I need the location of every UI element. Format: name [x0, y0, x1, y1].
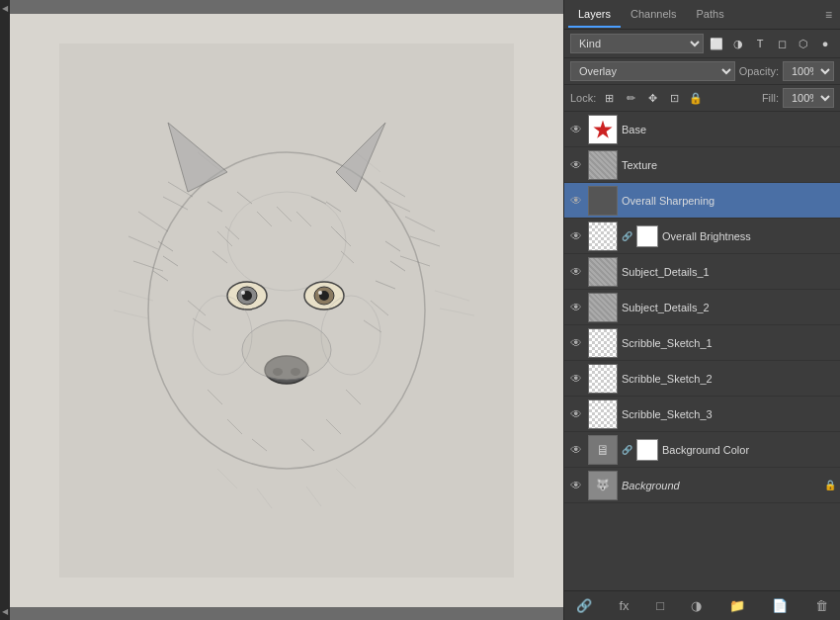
blend-row: Overlay Normal Multiply Screen Opacity: …	[564, 58, 840, 85]
layer-name-label: Scribble_Sketch_2	[622, 373, 836, 385]
layer-chain-icon: 🔗	[622, 445, 632, 455]
layer-visibility-btn[interactable]: 👁	[568, 335, 584, 351]
layer-item[interactable]: 👁Scribble_Sketch_3	[564, 397, 840, 432]
kind-row: Kind ⬜ ◑ T ◻ ⬡ ●	[564, 30, 840, 58]
add-mask-btn[interactable]: □	[652, 596, 668, 615]
layer-visibility-btn[interactable]: 👁	[568, 122, 584, 137]
layer-visibility-btn[interactable]: 👁	[568, 478, 584, 493]
layer-name-label: Background Color	[662, 444, 836, 456]
lock-transparent-btn[interactable]: ⊞	[600, 89, 618, 107]
wolf-sketch	[49, 34, 524, 587]
filter-pixel-btn[interactable]: ⬜	[708, 35, 725, 52]
fill-label: Fill:	[762, 92, 779, 104]
layer-chain-icon: 🔗	[622, 231, 632, 241]
layer-thumbnail	[588, 221, 618, 251]
layer-name-label: Overall Sharpening	[622, 195, 836, 207]
layer-item[interactable]: 👁Subject_Details_1	[564, 254, 840, 290]
layer-name-label: Background	[622, 480, 820, 491]
link-layers-btn[interactable]: 🔗	[572, 596, 596, 615]
tab-layers[interactable]: Layers	[568, 2, 621, 28]
wolf-sketch-svg	[59, 44, 514, 577]
opacity-label: Opacity:	[739, 65, 779, 77]
layer-item[interactable]: 👁🔗Overall Brightness	[564, 219, 840, 254]
collapse-arrow-bottom[interactable]: ◀	[0, 605, 10, 618]
layer-name-label: Scribble_Sketch_3	[622, 408, 836, 420]
svg-point-25	[242, 320, 331, 380]
svg-rect-0	[59, 44, 514, 577]
layer-visibility-btn[interactable]: 👁	[568, 442, 584, 458]
layer-thumbnail	[588, 399, 618, 429]
layer-thumbnail	[588, 328, 618, 358]
lock-all-btn[interactable]: 🔒	[687, 89, 705, 107]
panel-collapse-left[interactable]: ◀ ◀	[0, 0, 10, 620]
layer-thumbnail	[588, 293, 618, 322]
layers-panel: Layers Channels Paths ≡ Kind ⬜ ◑ T ◻ ⬡ ●…	[563, 0, 840, 620]
layer-name-label: Texture	[622, 159, 836, 171]
layer-visibility-btn[interactable]: 👁	[568, 300, 584, 315]
layer-item[interactable]: 👁Base	[564, 112, 840, 147]
svg-point-24	[318, 291, 322, 295]
layer-thumbnail: 🐺	[588, 471, 618, 500]
layer-item[interactable]: 👁Scribble_Sketch_1	[564, 325, 840, 361]
layer-item[interactable]: 👁🖥🔗Background Color	[564, 432, 840, 468]
layer-visibility-btn[interactable]: 👁	[568, 193, 584, 209]
lock-image-btn[interactable]: ✏	[622, 89, 639, 107]
tab-channels[interactable]: Channels	[621, 2, 686, 28]
filter-smart-btn[interactable]: ⬡	[795, 35, 812, 52]
kind-select[interactable]: Kind	[570, 34, 704, 53]
lock-artboard-btn[interactable]: ⊡	[665, 89, 683, 107]
lock-position-btn[interactable]: ✥	[643, 89, 661, 107]
layer-name-label: Overall Brightness	[662, 230, 836, 242]
layer-visibility-btn[interactable]: 👁	[568, 406, 584, 422]
layer-visibility-btn[interactable]: 👁	[568, 157, 584, 173]
canvas-content	[10, 14, 563, 607]
layer-item[interactable]: 👁Scribble_Sketch_2	[564, 361, 840, 397]
layer-name-label: Subject_Details_1	[622, 266, 836, 278]
layer-name-label: Subject_Details_2	[622, 302, 836, 313]
delete-layer-btn[interactable]: 🗑	[811, 596, 832, 615]
collapse-arrow-top[interactable]: ◀	[0, 2, 10, 15]
layer-item[interactable]: 👁Overall Sharpening	[564, 183, 840, 219]
layer-thumbnail	[588, 150, 618, 180]
filter-shape-btn[interactable]: ◻	[773, 35, 791, 52]
adjustment-layer-btn[interactable]: ◑	[687, 596, 706, 615]
layer-visibility-btn[interactable]: 👁	[568, 228, 584, 244]
layer-mask-thumbnail	[636, 439, 658, 461]
fill-select[interactable]: 100% 75% 50%	[783, 88, 834, 108]
new-layer-btn[interactable]: 📄	[768, 596, 792, 615]
layer-visibility-btn[interactable]: 👁	[568, 371, 584, 387]
lock-row: Lock: ⊞ ✏ ✥ ⊡ 🔒 Fill: 100% 75% 50%	[564, 85, 840, 112]
layer-thumbnail	[588, 186, 618, 216]
layer-name-label: Base	[622, 124, 836, 135]
lock-label: Lock:	[570, 92, 596, 104]
tab-paths[interactable]: Paths	[687, 2, 734, 28]
layer-mask-thumbnail	[636, 225, 658, 247]
add-style-btn[interactable]: fx	[616, 596, 633, 615]
layer-name-label: Scribble_Sketch_1	[622, 337, 836, 349]
filter-adjustment-btn[interactable]: ◑	[729, 35, 747, 52]
layer-item[interactable]: 👁🐺Background🔒	[564, 468, 840, 503]
svg-point-20	[241, 291, 245, 295]
new-group-btn[interactable]: 📁	[725, 596, 749, 615]
panel-tabs: Layers Channels Paths ≡	[564, 0, 840, 30]
blend-mode-select[interactable]: Overlay Normal Multiply Screen	[570, 61, 735, 81]
layer-lock-icon: 🔒	[824, 480, 836, 490]
layer-thumbnail	[588, 257, 618, 287]
layer-item[interactable]: 👁Texture	[564, 147, 840, 183]
opacity-select[interactable]: 100% 75% 50%	[783, 61, 834, 81]
layer-item[interactable]: 👁Subject_Details_2	[564, 290, 840, 325]
filter-more-btn[interactable]: ●	[816, 35, 834, 52]
layer-thumbnail	[588, 115, 618, 144]
panel-menu-button[interactable]: ≡	[821, 6, 836, 24]
layers-list: 👁Base👁Texture👁Overall Sharpening👁🔗Overal…	[564, 112, 840, 590]
layer-visibility-btn[interactable]: 👁	[568, 264, 584, 280]
canvas-area	[10, 0, 563, 620]
layer-thumbnail: 🖥	[588, 435, 618, 465]
layer-thumbnail	[588, 364, 618, 394]
filter-type-btn[interactable]: T	[751, 35, 769, 52]
panel-footer: 🔗 fx □ ◑ 📁 📄 🗑	[564, 590, 840, 620]
